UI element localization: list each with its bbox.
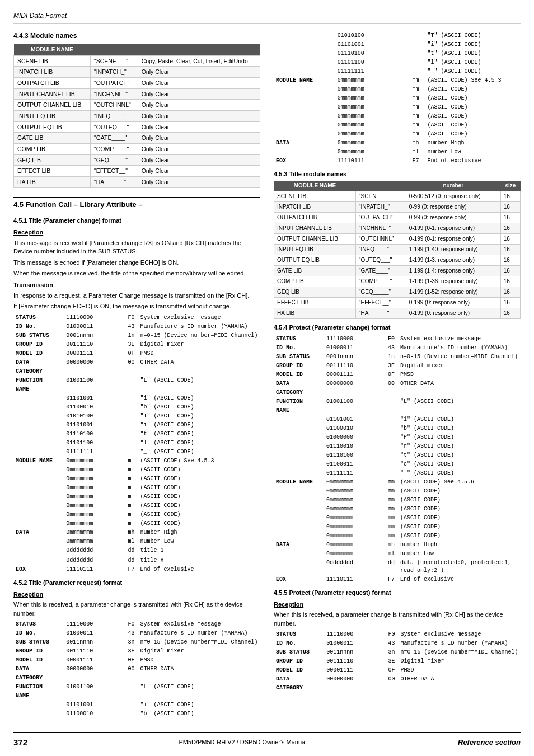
table-row: 01101100"l" (ASCII CODE) (274, 58, 521, 67)
table-row: 0mmmmmmmmm(ASCII CODE) (13, 519, 260, 528)
table-row: SUB STATUS0001nnnn1nn=0-15 (Device numbe… (13, 331, 260, 340)
sub451-heading: 4.5.1 Title (Parameter change) format (13, 217, 260, 225)
module-names-section: 4.4.3 Module names MODULE NAME SCENE LIB… (13, 31, 260, 188)
table-row: 0mmmmmmmmm(ASCII CODE) (13, 483, 260, 492)
reception-head-451: Reception (13, 228, 260, 237)
table-row: 0mmmmmmmmlnumber Low (13, 537, 260, 546)
table-row: INPUT EQ LIB (14, 111, 91, 122)
reception-head-452: Reception (13, 590, 260, 599)
table-row: 01101001"i" (ASCII CODE) (13, 701, 260, 710)
table-row: "GATE____" (90, 133, 138, 144)
table-row: "OUTEQ___" (90, 121, 138, 133)
table-row: GROUP ID001111103EDigital mixer (274, 361, 521, 370)
table-row: GROUP ID001111103EDigital mixer (13, 340, 260, 349)
table-row: "COMP____" (90, 144, 138, 155)
table-row: 0mmmmmmmmm(ASCII CODE) (274, 112, 521, 121)
table-row: 01000000"P" (ASCII CODE) (274, 433, 521, 442)
reception-text2: This message is echoed if [Parameter cha… (13, 259, 260, 267)
table-row: OUTPUT EQ LIB (14, 121, 91, 133)
table-row: OUTPUT CHANNEL LIB (14, 100, 91, 111)
table-row: EFFECT LIB"EFFECT__"0-199 (0: response o… (274, 298, 521, 308)
table-row: "GEQ_____" (90, 154, 138, 166)
table-row: Only Clear (138, 133, 260, 144)
table-row: EOX11110111F7End of exclusive (274, 157, 521, 166)
table-row: HA LIB"HA______"0-199 (0: response only)… (274, 308, 521, 319)
table-row: DATA0mmmmmmmmhnumber High (274, 541, 521, 550)
tmt-col3: number (406, 181, 500, 191)
table-row: OUTPUT CHANNEL LIB"OUTCHNNL"0-199 (0-1: … (274, 234, 521, 245)
table-row: ID No.0100001143Manufacture's ID number … (13, 629, 260, 638)
table-row: DATA0mmmmmmmmhnumber High (274, 139, 521, 148)
table-row: 0mmmmmmmmm(ASCII CODE) (274, 532, 521, 541)
table-row: 0mmmmmmmmm(ASCII CODE) (13, 510, 260, 519)
table-row: 01110100"t" (ASCII CODE) (13, 430, 260, 439)
table-row: ID No.0100001143Manufacture's ID number … (274, 344, 521, 353)
table-row: 01111111"_" (ASCII CODE) (13, 448, 260, 457)
table-row: 0mmmmmmmmm(ASCII CODE) (274, 103, 521, 112)
table-row: EOX11110111F7End of exclusive (274, 575, 521, 584)
table-row: 0mmmmmmmmlnumber Low (274, 148, 521, 157)
table-row: EOX11110111F7End of exclusive (13, 565, 260, 574)
table-row: STATUS11110000F0System exclusive message (274, 630, 521, 639)
table-row: MODULE NAME0mmmmmmmmm(ASCII CODE) See 4.… (274, 478, 521, 487)
transmission-text1: In response to a request, a Parameter Ch… (13, 292, 260, 300)
table-row: Only Clear (138, 111, 260, 122)
table-row: DATA0000000000OTHER DATA (274, 675, 521, 684)
table-row: Only Clear (138, 100, 260, 111)
table-row: MODEL ID000011110FPMSD (274, 370, 521, 379)
table-row: CATEGORY (13, 674, 260, 683)
table-row: Only Clear (138, 166, 260, 177)
table-row: 01101001"i" (ASCII CODE) (274, 40, 521, 49)
table-row: 0mmmmmmmmm(ASCII CODE) (274, 496, 521, 505)
table-row: GATE LIB (14, 133, 91, 144)
table-row: Only Clear (138, 88, 260, 100)
table-row: 0mmmmmmmmm(ASCII CODE) (13, 466, 260, 475)
table-row: 01110100"t" (ASCII CODE) (274, 451, 521, 460)
table-row: 0mmmmmmmmm(ASCII CODE) (274, 487, 521, 496)
table-row: 01100011"c" (ASCII CODE) (274, 460, 521, 469)
tmt-col4: size (500, 181, 520, 191)
reception-text3: When the message is received, the title … (13, 269, 260, 278)
table-row: ID No.0100001143Manufacture's ID number … (274, 639, 521, 648)
table-row: 0mmmmmmmmm(ASCII CODE) (13, 475, 260, 483)
table-row: Only Clear (138, 77, 260, 88)
table-row: 0dddddddddtitle x (13, 556, 260, 565)
table-row: 01110100"t" (ASCII CODE) (274, 49, 521, 58)
section-45: 4.5 Function Call – Library Attribute – … (13, 197, 260, 719)
table-row: DATA0mmmmmmmmhnumber High (13, 528, 260, 537)
table-row: DATA0000000000OTHER DATA (13, 358, 260, 367)
table-row: OUTPUT EQ LIB"OUTEQ___"1-199 (1-3: respo… (274, 255, 521, 266)
table-row: Only Clear (138, 177, 260, 188)
table-row: 01101001"i" (ASCII CODE) (13, 394, 260, 403)
table-row: "INEQ____" (90, 111, 138, 122)
midi-table-454: STATUS11110000F0System exclusive message… (274, 335, 521, 584)
reception-text-452: When this is received, a parameter chang… (13, 600, 260, 618)
table-row: INPUT CHANNEL LIB"INCHNNL_"0-199 (0-1: r… (274, 223, 521, 234)
table-row: "INCHNNL_" (90, 88, 138, 100)
table-row: GROUP ID001111103EDigital mixer (13, 647, 260, 656)
table-row: Only Clear (138, 67, 260, 78)
table-row: GATE LIB"GATE____"1-199 (1-4: response o… (274, 266, 521, 276)
table-row: STATUS11110000F0System exclusive message (13, 313, 260, 322)
table-row: SCENE LIB"SCENE___"0-500,512 (0: respons… (274, 191, 521, 202)
table-row: 01100010"b" (ASCII CODE) (13, 403, 260, 412)
table-row: 0mmmmmmmmm(ASCII CODE) (274, 85, 521, 94)
table-row: MODULE NAME0mmmmmmmmm(ASCII CODE) See 4.… (13, 457, 260, 466)
page-section-header: MIDI Data Format (13, 11, 521, 24)
table-row: 01100010"b" (ASCII CODE) (13, 710, 260, 719)
left-column: 4.4.3 Module names MODULE NAME SCENE LIB… (13, 31, 260, 723)
table-row: ID No.0100001143Manufacture's ID number … (13, 322, 260, 331)
table-row: SUB STATUS0001nnnn1nn=0-15 (Device numbe… (274, 353, 521, 361)
table-row: GROUP ID001111103EDigital mixer (274, 657, 521, 666)
tmt-col1: MODULE NAME (274, 181, 356, 191)
table-row: 01110010"r" (ASCII CODE) (274, 442, 521, 451)
reception-text-455: When this is received, a parameter chang… (274, 611, 521, 628)
sub454-heading: 4.5.4 Protect (Parameter change) format (274, 323, 521, 332)
reception-text1: This message is received if [Parameter c… (13, 239, 260, 256)
table-row: 01111111"_" (ASCII CODE) (274, 67, 521, 76)
table-row: GEQ LIB"GEQ_____"1-199 (1-52: response o… (274, 287, 521, 298)
table-row: COMP LIB (14, 144, 91, 155)
table-row: STATUS11110000F0System exclusive message (13, 620, 260, 629)
reception-head-455: Reception (274, 600, 521, 609)
table-row: 0mmmmmmmmm(ASCII CODE) (13, 501, 260, 510)
